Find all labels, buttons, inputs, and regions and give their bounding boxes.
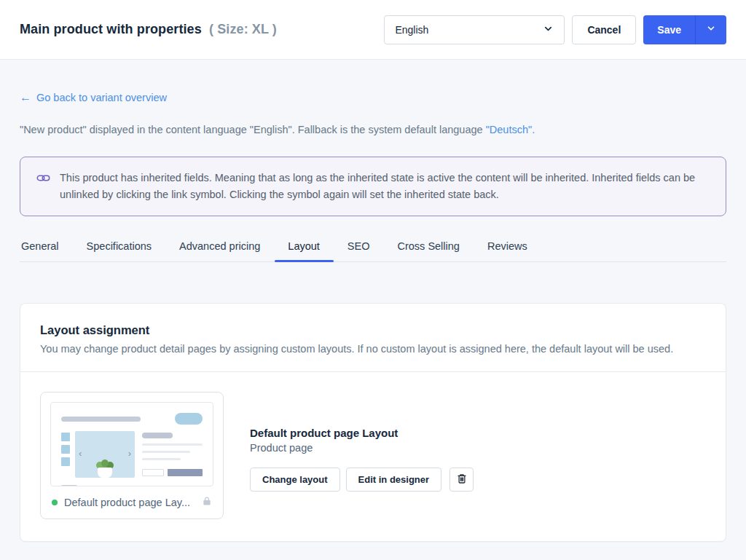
- layout-card-title: Layout assignment: [40, 323, 706, 337]
- layout-preview-name: Default product page Lay...: [64, 497, 195, 508]
- back-link-label: Go back to variant overview: [36, 92, 167, 103]
- tab-seo[interactable]: SEO: [346, 234, 372, 261]
- header-bar: Main product with properties ( Size: XL …: [0, 0, 746, 60]
- save-options-button[interactable]: [695, 15, 726, 44]
- language-fallback-notice: "New product" displayed in the content l…: [20, 124, 726, 135]
- page-title: Main product with properties ( Size: XL …: [20, 22, 277, 37]
- layout-preview-footer: Default product page Lay...: [50, 496, 213, 509]
- main-content: ← Go back to variant overview "New produ…: [0, 60, 746, 542]
- layout-card-description: You may change product detail pages by a…: [40, 343, 706, 355]
- wireframe-gallery-thumbs: [61, 433, 70, 478]
- arrow-left-icon: ←: [20, 92, 31, 103]
- page-title-text: Main product with properties: [20, 22, 202, 36]
- wireframe-buy-button: [168, 469, 203, 476]
- language-select[interactable]: English: [384, 15, 565, 44]
- wireframe-header-bar: [61, 417, 141, 422]
- trash-icon: [456, 473, 468, 486]
- tab-cross-selling[interactable]: Cross Selling: [396, 234, 460, 261]
- chevron-down-icon: [543, 23, 554, 36]
- product-detail-tabs: General Specifications Advanced pricing …: [20, 234, 726, 262]
- layout-item-info: Default product page Layout Product page…: [250, 427, 474, 492]
- layout-preview-card[interactable]: ‹ ›: [40, 392, 224, 519]
- wireframe-description-lines: [61, 485, 203, 486]
- layout-preview-thumbnail: ‹ ›: [50, 402, 213, 486]
- tab-specifications[interactable]: Specifications: [85, 234, 153, 261]
- wireframe-product-image: ‹ ›: [75, 431, 135, 478]
- wireframe-quantity-box: [142, 469, 164, 476]
- change-layout-button[interactable]: Change layout: [250, 468, 340, 492]
- active-status-dot: [52, 500, 58, 505]
- chevron-down-icon: [706, 23, 716, 36]
- language-select-value: English: [395, 24, 428, 36]
- link-chain-icon: [36, 171, 50, 188]
- plant-illustration: [98, 460, 112, 478]
- layout-card-body: ‹ ›: [20, 372, 726, 541]
- inheritance-alert-text: This product has inherited fields. Meani…: [60, 170, 710, 203]
- layout-card-header: Layout assignment You may change product…: [20, 304, 726, 372]
- tab-layout[interactable]: Layout: [286, 234, 321, 261]
- chevron-left-icon: ‹: [79, 448, 82, 459]
- tab-reviews[interactable]: Reviews: [486, 234, 529, 261]
- tab-general[interactable]: General: [20, 234, 60, 261]
- fallback-notice-text: "New product" displayed in the content l…: [20, 124, 486, 135]
- layout-item-actions: Change layout Edit in designer: [250, 468, 474, 492]
- layout-assignment-card: Layout assignment You may change product…: [20, 303, 726, 542]
- layout-item-name: Default product page Layout: [250, 427, 474, 439]
- save-button[interactable]: Save: [643, 15, 695, 44]
- page-title-suffix: ( Size: XL ): [205, 22, 277, 36]
- tab-advanced-pricing[interactable]: Advanced pricing: [178, 234, 262, 261]
- wireframe-product-info: [142, 431, 203, 478]
- wireframe-cart-pill: [175, 413, 203, 425]
- layout-item-type: Product page: [250, 442, 474, 454]
- inheritance-alert: This product has inherited fields. Meani…: [20, 157, 726, 216]
- save-split-button: Save: [643, 15, 726, 44]
- cancel-button[interactable]: Cancel: [572, 15, 636, 44]
- lock-icon: [202, 496, 212, 509]
- back-to-variants-link[interactable]: ← Go back to variant overview: [20, 92, 167, 103]
- header-actions: English Cancel Save: [384, 15, 726, 44]
- chevron-right-icon: ›: [128, 448, 131, 459]
- remove-layout-button[interactable]: [449, 468, 474, 492]
- edit-in-designer-button[interactable]: Edit in designer: [346, 468, 442, 492]
- fallback-language-link[interactable]: "Deutsch".: [486, 124, 535, 135]
